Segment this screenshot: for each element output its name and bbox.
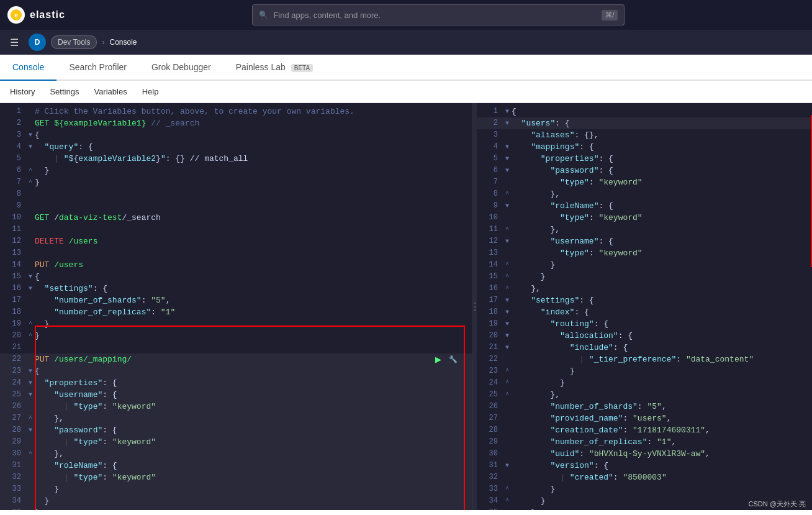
- collapse-toggle[interactable]: ▼: [503, 306, 512, 318]
- table-row[interactable]: 23▼{: [0, 365, 472, 377]
- tab-painless-lab[interactable]: Painless Lab BETA: [223, 55, 325, 81]
- collapse-toggle[interactable]: ▼: [503, 165, 512, 176]
- left-editor-scroll[interactable]: 1 # Click the Variables button, above, t…: [0, 103, 472, 510]
- table-row[interactable]: 20▼ "allocation": {: [477, 330, 812, 342]
- table-row[interactable]: 22 | "_tier_preference": "data_content": [477, 353, 812, 365]
- table-row[interactable]: 12▼ "username": {: [477, 235, 812, 247]
- collapse-toggle[interactable]: ^: [503, 389, 512, 401]
- help-button[interactable]: Help: [140, 83, 161, 100]
- collapse-toggle[interactable]: ▼: [26, 389, 35, 401]
- table-row[interactable]: 13 "type": "keyword": [477, 247, 812, 259]
- table-row[interactable]: 8: [0, 188, 472, 200]
- table-row[interactable]: 15^ }: [477, 271, 812, 283]
- table-row[interactable]: 2 GET ${exampleVariable1} // _search: [0, 117, 472, 129]
- table-row[interactable]: 10 "type": "keyword": [477, 212, 812, 224]
- table-row[interactable]: 3▼{: [0, 129, 472, 141]
- table-row[interactable]: 27^ },: [0, 412, 472, 424]
- collapse-toggle[interactable]: ▼: [26, 283, 35, 294]
- table-row[interactable]: 32 | "created": "8500003": [477, 472, 812, 483]
- collapse-toggle[interactable]: ^: [26, 165, 35, 176]
- history-button[interactable]: History: [7, 83, 37, 100]
- table-row[interactable]: 16▼ "settings": {: [0, 283, 472, 294]
- collapse-toggle[interactable]: ▼: [503, 106, 512, 117]
- table-row[interactable]: 1▼{: [477, 106, 812, 117]
- table-row[interactable]: 23^ }: [477, 365, 812, 377]
- tab-console[interactable]: Console: [0, 55, 56, 81]
- breadcrumb-section[interactable]: Dev Tools: [51, 35, 97, 49]
- collapse-toggle[interactable]: ▼: [26, 377, 35, 389]
- run-button[interactable]: ▶: [433, 353, 444, 365]
- table-row[interactable]: 19^ }: [0, 318, 472, 330]
- settings-icon[interactable]: 🔧: [446, 353, 460, 365]
- collapse-toggle[interactable]: ^: [503, 495, 512, 507]
- collapse-toggle[interactable]: ^: [503, 377, 512, 389]
- table-row[interactable]: 19▼ "routing": {: [477, 318, 812, 330]
- collapse-toggle[interactable]: ▼: [503, 117, 512, 129]
- collapse-toggle[interactable]: ▼: [503, 460, 512, 472]
- table-row[interactable]: 8^ },: [477, 188, 812, 200]
- table-row[interactable]: 6▼ "password": {: [477, 165, 812, 176]
- table-row[interactable]: 25^ },: [477, 389, 812, 401]
- table-row[interactable]: 1 # Click the Variables button, above, t…: [0, 106, 472, 117]
- table-row[interactable]: 27 "provided_name": "users",: [477, 412, 812, 424]
- table-row[interactable]: 12 DELETE /users: [0, 235, 472, 247]
- table-row[interactable]: 29 | "type": "keyword": [0, 436, 472, 448]
- collapse-toggle[interactable]: ^: [503, 483, 512, 495]
- table-row[interactable]: 11^ },: [477, 224, 812, 235]
- table-row[interactable]: 33^ }: [477, 483, 812, 495]
- collapse-toggle[interactable]: ▼: [503, 330, 512, 342]
- table-row[interactable]: 7^}: [0, 176, 472, 188]
- collapse-toggle[interactable]: ▼: [503, 153, 512, 165]
- collapse-toggle[interactable]: ^: [26, 507, 35, 510]
- collapse-toggle[interactable]: ▼: [503, 294, 512, 306]
- collapse-toggle[interactable]: ^: [26, 448, 35, 460]
- table-row[interactable]: 34 }: [0, 495, 472, 507]
- table-row[interactable]: 21: [0, 342, 472, 353]
- collapse-toggle[interactable]: ^: [26, 330, 35, 342]
- tab-grok-debugger[interactable]: Grok Debugger: [139, 55, 223, 81]
- table-row[interactable]: 9▼ "roleName": {: [477, 200, 812, 212]
- table-row[interactable]: 2▼ "users": {: [477, 117, 812, 129]
- variables-button[interactable]: Variables: [91, 83, 129, 100]
- table-row[interactable]: 5▼ "properties": {: [477, 153, 812, 165]
- table-row[interactable]: 32 | "type": "keyword": [0, 472, 472, 483]
- hamburger-menu[interactable]: ☰: [10, 37, 19, 48]
- table-row[interactable]: 25▼ "username": {: [0, 389, 472, 401]
- table-row[interactable]: 9: [0, 200, 472, 212]
- table-row[interactable]: 33 }: [0, 483, 472, 495]
- collapse-toggle[interactable]: ^: [503, 271, 512, 283]
- table-row[interactable]: 10 GET /data-viz-test/_search: [0, 212, 472, 224]
- table-row[interactable]: 20^}: [0, 330, 472, 342]
- collapse-toggle[interactable]: ▼: [503, 141, 512, 153]
- table-row[interactable]: 15▼{: [0, 271, 472, 283]
- settings-button[interactable]: Settings: [47, 83, 81, 100]
- table-row[interactable]: 28▼ "password": {: [0, 424, 472, 436]
- collapse-toggle[interactable]: ^: [503, 224, 512, 235]
- table-row[interactable]: 7 "type": "keyword": [477, 176, 812, 188]
- table-row[interactable]: 4▼ "query": {: [0, 141, 472, 153]
- collapse-toggle[interactable]: ▼: [26, 141, 35, 153]
- collapse-toggle[interactable]: ^: [26, 318, 35, 330]
- collapse-toggle[interactable]: ^: [503, 365, 512, 377]
- collapse-toggle[interactable]: ▼: [503, 318, 512, 330]
- table-row[interactable]: 24^ }: [477, 377, 812, 389]
- table-row[interactable]: 13: [0, 247, 472, 259]
- table-row[interactable]: 21▼ "include": {: [477, 342, 812, 353]
- table-row[interactable]: 24▼ "properties": {: [0, 377, 472, 389]
- table-row[interactable]: 11: [0, 224, 472, 235]
- collapse-toggle[interactable]: ^: [26, 412, 35, 424]
- collapse-toggle[interactable]: ▼: [503, 342, 512, 353]
- table-row[interactable]: 29 "number_of_replicas": "1",: [477, 436, 812, 448]
- table-row[interactable]: 18▼ "index": {: [477, 306, 812, 318]
- table-row[interactable]: 26 | "type": "keyword": [0, 401, 472, 412]
- collapse-toggle[interactable]: ▼: [26, 365, 35, 377]
- collapse-toggle[interactable]: ▼: [26, 129, 35, 141]
- collapse-toggle[interactable]: ^: [503, 188, 512, 200]
- tab-search-profiler[interactable]: Search Profiler: [56, 55, 139, 81]
- collapse-toggle[interactable]: ▼: [26, 271, 35, 283]
- collapse-toggle[interactable]: ▼: [503, 235, 512, 247]
- table-row[interactable]: 17 "number_of_shards": "5",: [0, 294, 472, 306]
- table-row[interactable]: 26 "number_of_shards": "5",: [477, 401, 812, 412]
- table-row[interactable]: 5 | "${exampleVariable2}": {} // match_a…: [0, 153, 472, 165]
- right-editor-scroll[interactable]: 1▼{2▼ "users": {3 "aliases": {},4▼ "mapp…: [477, 103, 812, 510]
